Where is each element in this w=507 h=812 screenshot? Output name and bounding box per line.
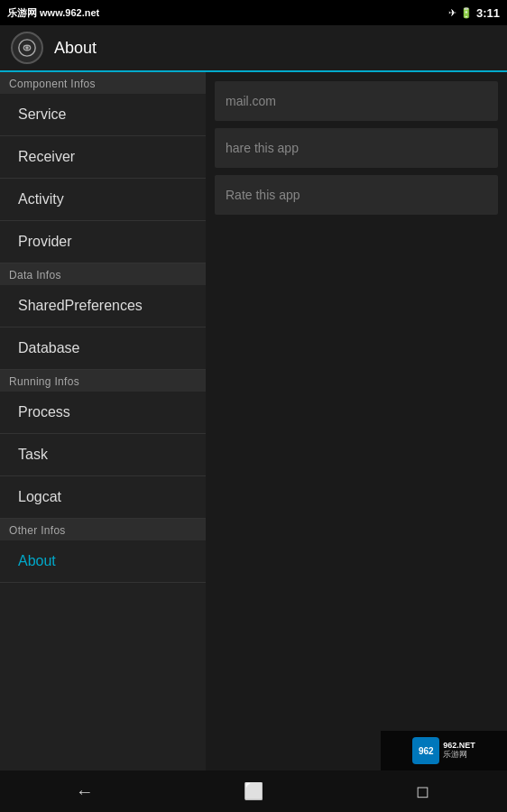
nav-bar: ← ⬜ ◻ bbox=[0, 770, 507, 812]
sidebar-item-process[interactable]: Process bbox=[0, 392, 206, 434]
sidebar-item-provider[interactable]: Provider bbox=[0, 221, 206, 263]
sidebar-item-task[interactable]: Task bbox=[0, 434, 206, 476]
watermark-logo: 962 bbox=[412, 737, 439, 764]
sidebar-item-logcat[interactable]: Logcat bbox=[0, 476, 206, 519]
svg-point-1 bbox=[25, 46, 29, 50]
content-area: mail.com hare this app Rate this app bbox=[206, 72, 507, 770]
watermark-badge: 962 962.NET 乐游网 bbox=[381, 731, 507, 770]
sidebar-item-activity[interactable]: Activity bbox=[0, 179, 206, 221]
sidebar-item-database[interactable]: Database bbox=[0, 328, 206, 370]
section-header-other: Other Infos bbox=[0, 519, 206, 540]
sidebar: Component Infos Service Receiver Activit… bbox=[0, 72, 206, 770]
main-layout: Component Infos Service Receiver Activit… bbox=[0, 72, 507, 770]
battery-icon: 🔋 bbox=[460, 7, 473, 19]
watermark-label: 乐游网 www.962.net bbox=[7, 6, 99, 20]
app-bar-title: About bbox=[54, 39, 97, 58]
section-header-data: Data Infos bbox=[0, 263, 206, 285]
rate-card[interactable]: Rate this app bbox=[215, 175, 498, 215]
recents-button[interactable]: ◻ bbox=[386, 770, 458, 812]
sidebar-item-sharedprefs[interactable]: SharedPreferences bbox=[0, 285, 206, 328]
status-time: 3:11 bbox=[476, 6, 500, 20]
back-button[interactable]: ← bbox=[49, 770, 121, 812]
app-logo bbox=[11, 32, 43, 64]
airplane-icon: ✈ bbox=[448, 7, 456, 19]
share-card[interactable]: hare this app bbox=[215, 128, 498, 168]
app-bar: About bbox=[0, 25, 507, 72]
sidebar-item-service[interactable]: Service bbox=[0, 94, 206, 136]
status-bar: 乐游网 www.962.net ✈ 🔋 3:11 bbox=[0, 0, 507, 25]
status-icons: ✈ 🔋 3:11 bbox=[448, 6, 500, 20]
home-button[interactable]: ⬜ bbox=[217, 770, 290, 812]
section-header-running: Running Infos bbox=[0, 370, 206, 392]
watermark-cn: 乐游网 bbox=[443, 751, 475, 760]
sidebar-item-about[interactable]: About bbox=[0, 540, 206, 583]
sidebar-item-receiver[interactable]: Receiver bbox=[0, 136, 206, 179]
email-card: mail.com bbox=[215, 81, 498, 121]
section-header-component: Component Infos bbox=[0, 72, 206, 94]
